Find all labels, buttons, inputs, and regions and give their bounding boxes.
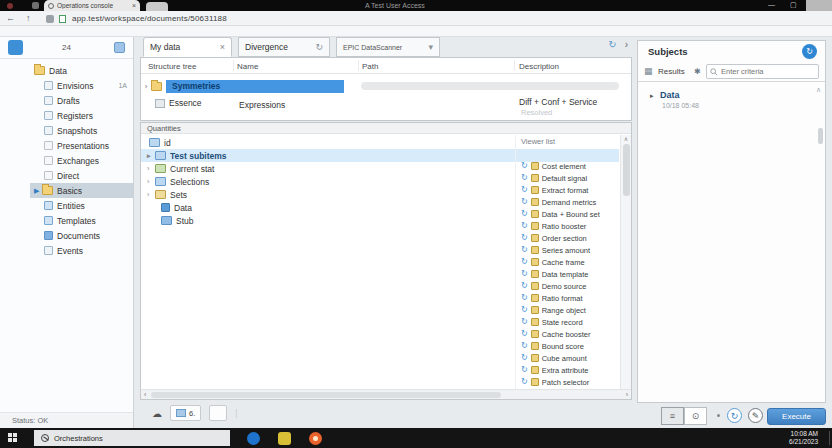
viewer-list-item[interactable]: ↻ Bound score <box>521 340 609 352</box>
sidebar-tree-item[interactable]: Exchanges <box>30 153 133 168</box>
sidebar-tree-item[interactable]: ▶ Basics <box>30 183 133 198</box>
viewer-list-item[interactable]: ↻ Extract format <box>521 184 609 196</box>
filter-star-icon[interactable]: ✱ <box>694 67 701 76</box>
grid-icon[interactable]: ▦ <box>644 66 653 76</box>
table-row[interactable]: Essence Expressions Diff + Conf + Servic… <box>141 95 633 117</box>
sidebar-tree-item[interactable]: Envisions 1A <box>30 78 133 93</box>
viewer-column-header[interactable]: Viewer list <box>521 136 609 148</box>
sidebar-tree-item[interactable]: Snapshots <box>30 123 133 138</box>
chevron-down-icon[interactable]: ▾ <box>428 42 433 52</box>
tab-divergence[interactable]: Divergence ↻ <box>238 37 330 57</box>
viewer-list-item[interactable]: ↻ Patch selector <box>521 376 609 388</box>
sidebar-tree-item[interactable]: Registers <box>30 108 133 123</box>
edit-round-button[interactable]: ✎ <box>748 408 763 423</box>
column-header[interactable]: Name <box>237 62 258 71</box>
tree-row[interactable]: Data <box>141 201 513 214</box>
sidebar-tree-item[interactable]: Direct <box>30 168 133 183</box>
refresh-icon[interactable]: ↻ <box>315 42 323 52</box>
panel-toggle-icon[interactable] <box>114 42 125 53</box>
expand-arrow-icon[interactable]: ▶ <box>34 187 42 195</box>
sidebar-tree-item[interactable]: Data <box>30 63 133 78</box>
scrollbar-thumb[interactable] <box>151 392 501 398</box>
cloud-icon[interactable]: ☁ <box>152 408 162 419</box>
criteria-search-input[interactable] <box>706 64 819 79</box>
refresh-round-button[interactable]: ↻ <box>727 408 742 423</box>
column-header[interactable]: Path <box>362 62 378 71</box>
scroll-up-icon[interactable]: ∧ <box>621 135 631 142</box>
tree-row[interactable]: id <box>141 136 513 149</box>
tree-row[interactable]: Stub <box>141 214 513 227</box>
scroll-up-icon[interactable]: ∧ <box>816 86 821 94</box>
column-header[interactable]: Description <box>519 62 559 71</box>
column-header[interactable]: Structure tree <box>148 62 196 71</box>
expand-arrow-icon[interactable]: ▸ <box>650 92 654 100</box>
sidebar-tree-item[interactable]: Drafts <box>30 93 133 108</box>
browser-tab[interactable]: Operations console × <box>44 0 140 11</box>
tab-datascanner[interactable]: EPIC DataScanner ▾ <box>336 37 440 57</box>
vertical-scrollbar[interactable]: ∧ <box>620 135 631 389</box>
viewer-list-item[interactable]: ↻ Demand metrics <box>521 196 609 208</box>
subject-item-label[interactable]: Data <box>660 90 680 100</box>
viewer-list-item[interactable]: ↻ Cache frame <box>521 256 609 268</box>
viewer-list-item[interactable]: ↻ Range object <box>521 304 609 316</box>
expand-icon[interactable]: › <box>147 165 155 172</box>
tree-row[interactable]: › Sets <box>141 188 513 201</box>
viewer-list-item[interactable]: ↻ Series amount <box>521 244 609 256</box>
scrollbar-thumb[interactable] <box>623 144 630 196</box>
address-url[interactable]: app.test/workspace/documents/50631188 <box>72 14 227 23</box>
start-button[interactable] <box>8 433 18 443</box>
viewer-list-item[interactable]: ↻ Ratio booster <box>521 220 609 232</box>
viewer-list-item[interactable]: ↻ State record <box>521 316 609 328</box>
tree-row[interactable]: › Current stat <box>141 162 513 175</box>
expand-icon[interactable]: › <box>147 178 155 185</box>
pinned-app-blue-icon[interactable] <box>247 432 260 445</box>
outer-maximize-icon[interactable]: ▢ <box>790 1 797 9</box>
pinned-app-orange-icon[interactable] <box>309 432 322 445</box>
taskbar-search[interactable]: Orchestrations <box>34 430 230 446</box>
viewer-list-item[interactable]: ↻ Cost element <box>521 160 609 172</box>
viewer-list-item[interactable]: ↻ Ratio format <box>521 292 609 304</box>
expand-icon[interactable]: › <box>141 82 151 91</box>
execute-button[interactable]: Execute <box>767 408 826 425</box>
expand-icon[interactable]: ▸ <box>147 152 155 160</box>
viewer-list-item[interactable]: ↻ Cube amount <box>521 352 609 364</box>
viewer-list-item[interactable]: ↻ Cache booster <box>521 328 609 340</box>
tab-close-icon[interactable]: × <box>220 42 225 52</box>
viewer-list-item[interactable]: ↻ Data template <box>521 268 609 280</box>
scroll-left-icon[interactable]: ‹ <box>144 390 146 400</box>
viewer-list-item[interactable]: ↻ Data + Bound set <box>521 208 609 220</box>
scrollbar-thumb[interactable] <box>818 128 823 144</box>
back-icon[interactable]: ← <box>6 14 15 23</box>
pinned-app-yellow-icon[interactable] <box>278 432 291 445</box>
tree-row[interactable]: › Selections <box>141 175 513 188</box>
browser-menu-icon[interactable] <box>32 2 39 9</box>
sync-orb-icon[interactable]: ↻ <box>802 44 817 59</box>
sync-icon[interactable]: ↻ <box>608 39 616 50</box>
tab-my-data[interactable]: My data × <box>143 37 232 57</box>
up-icon[interactable]: ↑ <box>26 14 31 23</box>
viewer-list-item[interactable]: ↻ Extra attribute <box>521 364 609 376</box>
folder-tool-button[interactable]: 6. <box>170 405 201 421</box>
sidebar-tree-item[interactable]: Documents <box>30 228 133 243</box>
sidebar-tree-item[interactable]: Templates <box>30 213 133 228</box>
new-tab-button[interactable] <box>146 2 168 11</box>
outer-close-button[interactable] <box>806 0 832 11</box>
sidebar-tree-item[interactable]: Events <box>30 243 133 258</box>
selected-cell[interactable]: Symmetries <box>166 80 344 93</box>
viewer-list-item[interactable]: ↻ Default signal <box>521 172 609 184</box>
preview-button[interactable]: ⊙ <box>684 407 707 425</box>
sidebar-tree-item[interactable]: Entities <box>30 198 133 213</box>
extension-icon[interactable] <box>46 15 54 23</box>
show-desktop-button[interactable] <box>829 431 830 445</box>
outer-minimize-icon[interactable]: — <box>768 1 775 8</box>
tab-close-icon[interactable]: × <box>132 2 136 9</box>
taskbar-clock[interactable]: 10:08 AM 6/21/2023 <box>789 430 818 446</box>
sidebar-tree-item[interactable]: Presentations <box>30 138 133 153</box>
expand-icon[interactable]: › <box>147 191 155 198</box>
scroll-right-icon[interactable]: › <box>626 390 628 400</box>
list-view-button[interactable]: ≡ <box>661 407 684 425</box>
horizontal-scrollbar[interactable]: ‹ › <box>141 389 631 399</box>
more-tabs-icon[interactable]: › <box>625 39 628 50</box>
viewer-list-item[interactable]: ↻ Demo source <box>521 280 609 292</box>
viewer-list-item[interactable]: ↻ Order section <box>521 232 609 244</box>
